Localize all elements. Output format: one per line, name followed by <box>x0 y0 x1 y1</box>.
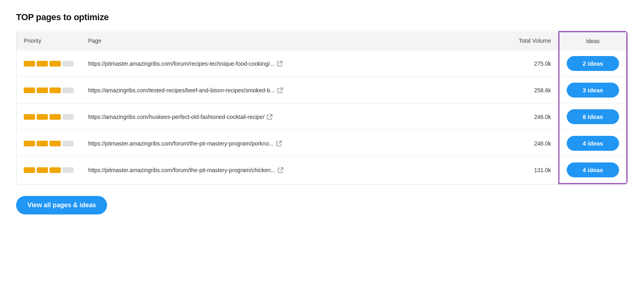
table-row: https://amazingribs.com/huskees-perfect-… <box>17 104 627 130</box>
ideas-button[interactable]: 4 ideas <box>567 162 619 177</box>
priority-bar-filled <box>24 61 35 67</box>
top-pages-table: Priority Page Total Volume Ideas https:/… <box>16 31 628 185</box>
priority-bar-filled <box>50 167 61 173</box>
volume-cell: 131.0k <box>495 157 559 184</box>
ideas-button[interactable]: 3 ideas <box>567 83 619 98</box>
external-link-icon <box>267 114 272 120</box>
priority-bar-empty <box>62 61 74 67</box>
volume-cell: 246.0k <box>495 104 559 130</box>
ideas-button[interactable]: 8 ideas <box>567 109 619 124</box>
priority-cell <box>17 77 81 104</box>
priority-bar-empty <box>62 87 74 93</box>
priority-bars <box>24 167 74 173</box>
volume-cell: 275.0k <box>495 50 559 77</box>
priority-bar-filled <box>50 61 61 67</box>
priority-cell <box>17 104 81 130</box>
url-text: https://pitmaster.amazingribs.com/forum/… <box>88 167 275 173</box>
volume-cell: 258.6k <box>495 77 559 104</box>
page-url-cell: https://pitmaster.amazingribs.com/forum/… <box>81 157 495 184</box>
priority-bar-filled <box>37 61 48 67</box>
priority-bar-filled <box>37 167 48 173</box>
priority-bar-empty <box>62 167 74 173</box>
ideas-cell: 2 ideas <box>559 50 627 77</box>
priority-cell <box>17 130 81 157</box>
col-header-page: Page <box>81 32 495 50</box>
page-url-link[interactable]: https://pitmaster.amazingribs.com/forum/… <box>88 60 283 67</box>
page-url-cell: https://amazingribs.com/huskees-perfect-… <box>81 104 495 130</box>
external-link-icon <box>276 141 282 146</box>
priority-bar-filled <box>50 141 61 146</box>
ideas-cell: 8 ideas <box>559 104 627 130</box>
external-link-icon <box>277 87 283 93</box>
page-url-cell: https://pitmaster.amazingribs.com/forum/… <box>81 130 495 157</box>
url-text: https://amazingribs.com/tested-recipes/b… <box>88 87 275 94</box>
ideas-button[interactable]: 2 ideas <box>567 56 619 71</box>
table-row: https://pitmaster.amazingribs.com/forum/… <box>17 130 627 157</box>
priority-bar-filled <box>50 87 61 93</box>
priority-bar-empty <box>62 114 74 120</box>
volume-cell: 246.0k <box>495 130 559 157</box>
page-url-link[interactable]: https://amazingribs.com/huskees-perfect-… <box>88 114 272 120</box>
ideas-button[interactable]: 4 ideas <box>567 136 619 151</box>
page-url-cell: https://pitmaster.amazingribs.com/forum/… <box>81 50 495 77</box>
priority-cell <box>17 50 81 77</box>
priority-bars <box>24 87 74 93</box>
priority-bar-filled <box>37 114 48 120</box>
col-header-ideas: Ideas <box>559 32 627 50</box>
url-text: https://amazingribs.com/huskees-perfect-… <box>88 114 264 120</box>
url-text: https://pitmaster.amazingribs.com/forum/… <box>88 140 274 147</box>
priority-bar-filled <box>24 114 35 120</box>
col-header-priority: Priority <box>17 32 81 50</box>
view-all-button[interactable]: View all pages & ideas <box>16 196 107 214</box>
priority-bar-filled <box>50 114 61 120</box>
priority-bars <box>24 141 74 146</box>
external-link-icon <box>278 167 283 173</box>
page-url-cell: https://amazingribs.com/tested-recipes/b… <box>81 77 495 104</box>
ideas-cell: 4 ideas <box>559 130 627 157</box>
url-text: https://pitmaster.amazingribs.com/forum/… <box>88 60 275 67</box>
col-header-volume: Total Volume <box>495 32 559 50</box>
priority-cell <box>17 157 81 184</box>
page-url-link[interactable]: https://amazingribs.com/tested-recipes/b… <box>88 87 283 94</box>
priority-bar-filled <box>24 141 35 146</box>
priority-bar-filled <box>24 167 35 173</box>
priority-bar-empty <box>62 141 74 146</box>
table-row: https://amazingribs.com/tested-recipes/b… <box>17 77 627 104</box>
table-row: https://pitmaster.amazingribs.com/forum/… <box>17 157 627 184</box>
priority-bars <box>24 114 74 120</box>
ideas-cell: 3 ideas <box>559 77 627 104</box>
table-row: https://pitmaster.amazingribs.com/forum/… <box>17 50 627 77</box>
page-url-link[interactable]: https://pitmaster.amazingribs.com/forum/… <box>88 140 282 147</box>
priority-bar-filled <box>24 87 35 93</box>
priority-bar-filled <box>37 87 48 93</box>
priority-bars <box>24 61 74 67</box>
external-link-icon <box>277 61 283 67</box>
priority-bar-filled <box>37 141 48 146</box>
page-title: TOP pages to optimize <box>16 12 628 23</box>
ideas-cell: 4 ideas <box>559 157 627 184</box>
page-url-link[interactable]: https://pitmaster.amazingribs.com/forum/… <box>88 167 283 173</box>
